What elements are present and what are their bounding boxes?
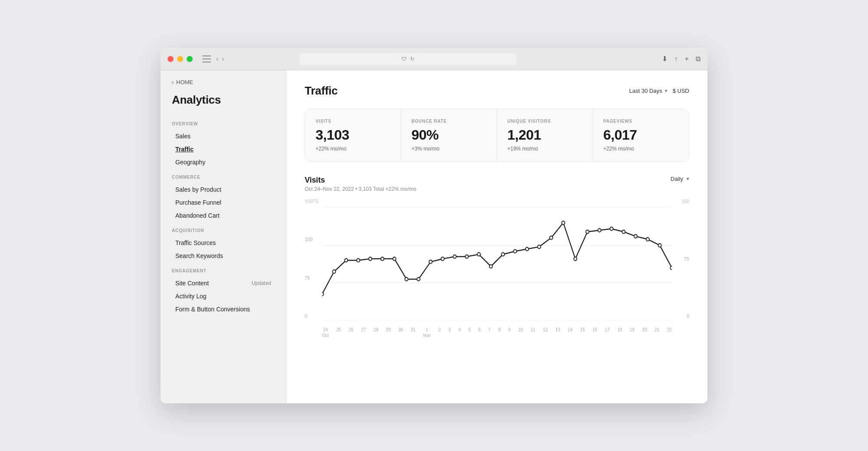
- svg-point-16: [465, 255, 468, 258]
- chart-y-labels-left: VISITS 150 75 0: [305, 199, 319, 320]
- section-label-engagement: ENGAGEMENT: [161, 262, 286, 277]
- bounce-rate-label: BOUNCE RATE: [411, 119, 486, 124]
- sidebar-toggle-button[interactable]: [202, 56, 211, 62]
- svg-point-30: [634, 235, 637, 238]
- sidebar-item-label: Sales: [175, 133, 191, 140]
- y-label-visits-right: 150: [682, 199, 689, 204]
- x-label: 18: [617, 327, 622, 338]
- sidebar-item-traffic[interactable]: Traffic: [164, 143, 283, 156]
- svg-point-29: [622, 230, 625, 233]
- updated-badge: Updated: [252, 280, 271, 286]
- chart-interval-dropdown-icon[interactable]: ▾: [687, 176, 689, 182]
- sidebar-item-abandoned-cart[interactable]: Abandoned Cart: [164, 209, 283, 222]
- x-label: 31: [411, 327, 415, 338]
- chart-interval-label: Daily: [671, 176, 683, 182]
- stats-grid: VISITS 3,103 +22% mo/mo BOUNCE RATE 90% …: [305, 109, 689, 162]
- stat-card-bounce-rate: BOUNCE RATE 90% +3% mo/mo: [401, 109, 497, 161]
- refresh-icon[interactable]: ↻: [410, 56, 414, 62]
- download-icon[interactable]: ⬇: [662, 55, 667, 63]
- sidebar-section-acquisition: ACQUISITION Traffic Sources Search Keywo…: [161, 222, 286, 262]
- x-label: 27: [361, 327, 366, 338]
- svg-point-9: [381, 257, 384, 261]
- unique-visitors-label: UNIQUE VISITORS: [507, 119, 582, 124]
- svg-point-13: [429, 260, 432, 264]
- visits-label: VISITS: [316, 119, 390, 124]
- svg-point-20: [513, 250, 516, 253]
- back-button[interactable]: ‹: [216, 55, 218, 63]
- section-label-acquisition: ACQUISITION: [161, 222, 286, 236]
- x-label: 29: [386, 327, 391, 338]
- sidebar-item-label: Search Keywords: [175, 252, 223, 259]
- svg-point-23: [549, 236, 552, 239]
- home-label: HOME: [176, 79, 193, 85]
- sidebar-item-label: Traffic: [175, 146, 194, 153]
- x-label: 15: [580, 327, 585, 338]
- sidebar-item-form-conversions[interactable]: Form & Button Conversions: [164, 303, 283, 316]
- x-label: 12: [543, 327, 548, 338]
- sidebar-section-overview: OVERVIEW Sales Traffic Geography: [161, 115, 286, 169]
- maximize-button[interactable]: [187, 56, 193, 62]
- forward-button[interactable]: ›: [222, 55, 224, 63]
- pageviews-label: PAGEVIEWS: [603, 119, 678, 124]
- unique-visitors-change: +19% mo/mo: [507, 146, 582, 152]
- browser-toolbar: ‹ › 🛡 ↻ ⬇ ↑ + ⧉: [161, 48, 707, 70]
- address-bar[interactable]: 🛡 ↻: [299, 53, 516, 65]
- x-label: 10: [518, 327, 523, 338]
- sidebar-item-search-keywords[interactable]: Search Keywords: [164, 249, 283, 262]
- svg-point-18: [490, 265, 493, 268]
- page-title: Traffic: [305, 84, 338, 98]
- sidebar-item-activity-log[interactable]: Activity Log: [164, 290, 283, 303]
- sidebar-item-geography[interactable]: Geography: [164, 156, 283, 169]
- sidebar-item-label: Abandoned Cart: [175, 212, 220, 219]
- share-icon[interactable]: ↑: [674, 55, 678, 63]
- bounce-rate-value: 90%: [411, 127, 486, 143]
- tab-overview-icon[interactable]: ⧉: [696, 55, 700, 63]
- svg-point-6: [345, 258, 348, 262]
- date-range-selector[interactable]: Last 30 Days ▾: [629, 88, 667, 94]
- chart-subtitle: Oct 24–Nov 22, 2022 • 3,103 Total +22% m…: [305, 186, 416, 192]
- home-nav[interactable]: ‹ HOME: [161, 79, 286, 93]
- svg-point-5: [332, 270, 335, 273]
- x-label: 5: [468, 327, 471, 338]
- x-label: 3: [448, 327, 451, 338]
- y-label-visits: VISITS: [305, 199, 319, 204]
- chart-x-labels: 24Oct252627282930311Nov23456789101112131…: [322, 327, 672, 338]
- svg-point-15: [453, 255, 456, 258]
- y-value-0-left: 0: [305, 314, 319, 319]
- svg-point-7: [357, 258, 360, 262]
- x-label: 21: [654, 327, 659, 338]
- sidebar-item-sales-by-product[interactable]: Sales by Product: [164, 183, 283, 196]
- svg-point-4: [322, 292, 324, 296]
- sidebar-item-traffic-sources[interactable]: Traffic Sources: [164, 236, 283, 249]
- shield-icon: 🛡: [401, 56, 407, 62]
- sidebar-item-site-content[interactable]: Site Content Updated: [164, 277, 283, 290]
- minimize-button[interactable]: [177, 56, 183, 62]
- line-chart-svg: [322, 208, 672, 320]
- x-label: 28: [374, 327, 378, 338]
- x-label: 2: [438, 327, 441, 338]
- x-month-label: Oct: [322, 333, 329, 338]
- sidebar-item-purchase-funnel[interactable]: Purchase Funnel: [164, 196, 283, 209]
- new-tab-icon[interactable]: +: [685, 55, 689, 63]
- svg-point-24: [562, 221, 565, 225]
- x-label: 26: [349, 327, 354, 338]
- close-button[interactable]: [168, 56, 174, 62]
- svg-point-32: [658, 244, 661, 247]
- y-value-75-left: 75: [305, 275, 319, 281]
- sidebar-item-sales[interactable]: Sales: [164, 130, 283, 143]
- x-label: 16: [592, 327, 597, 338]
- svg-point-26: [586, 230, 589, 233]
- date-range-label: Last 30 Days: [629, 88, 662, 94]
- x-month-label: Nov: [423, 333, 431, 338]
- svg-point-22: [538, 245, 541, 248]
- x-label: 13: [556, 327, 560, 338]
- toolbar-actions: ⬇ ↑ + ⧉: [662, 55, 700, 63]
- svg-point-27: [598, 229, 601, 232]
- sidebar-section-engagement: ENGAGEMENT Site Content Updated Activity…: [161, 262, 286, 316]
- svg-point-11: [405, 278, 408, 281]
- chart-container: VISITS 150 75 0 150 75 0: [305, 199, 689, 338]
- chart-title: Visits: [305, 176, 416, 185]
- x-label: 11: [530, 327, 535, 338]
- chart-title-group: Visits Oct 24–Nov 22, 2022 • 3,103 Total…: [305, 176, 416, 192]
- svg-point-10: [393, 257, 396, 261]
